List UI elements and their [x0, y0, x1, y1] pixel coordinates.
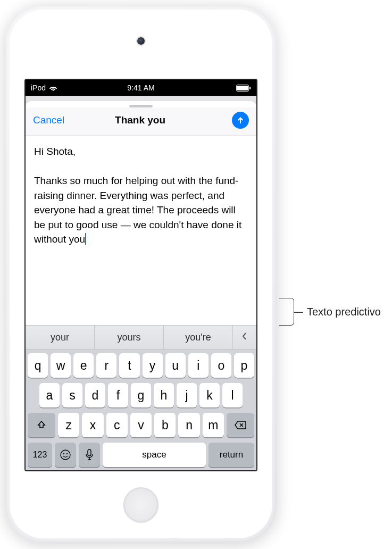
svg-point-5: [66, 453, 68, 454]
key-b[interactable]: b: [154, 413, 176, 437]
carrier-label: iPod: [31, 84, 46, 92]
predictive-option-1[interactable]: yours: [95, 326, 164, 349]
keyboard: q w e r t y u i o p a: [26, 350, 256, 470]
front-camera: [137, 37, 145, 45]
key-i[interactable]: i: [188, 353, 208, 378]
key-t[interactable]: t: [119, 353, 139, 378]
key-r[interactable]: r: [96, 353, 116, 378]
key-c[interactable]: c: [106, 413, 128, 437]
device-inner: iPod 9:41 AM Cancel: [10, 10, 272, 538]
svg-rect-6: [88, 450, 91, 456]
numbers-key[interactable]: 123: [28, 443, 52, 467]
status-bar: iPod 9:41 AM: [26, 80, 256, 96]
key-x[interactable]: x: [82, 413, 103, 437]
callout-predictive: Texto predictivo: [279, 298, 381, 326]
compose-header: Cancel Thank you: [26, 107, 256, 136]
predictive-option-2[interactable]: you're: [164, 326, 233, 349]
svg-point-3: [61, 450, 70, 460]
key-j[interactable]: j: [177, 383, 197, 407]
compose-body-text: Hi Shota, Thanks so much for helping out…: [34, 146, 245, 245]
compose-title: Thank you: [48, 114, 232, 126]
device-frame: iPod 9:41 AM Cancel: [5, 5, 277, 543]
emoji-icon: [60, 449, 71, 461]
chevron-left-icon: [241, 331, 248, 344]
wifi-icon: [49, 85, 57, 91]
compose-sheet-background: Cancel Thank you Hi Shota, Thanks so muc…: [26, 96, 256, 470]
key-a[interactable]: a: [39, 383, 60, 407]
compose-sheet: Cancel Thank you Hi Shota, Thanks so muc…: [26, 101, 256, 470]
keyboard-row-2: a s d f g h j k l: [28, 383, 254, 407]
key-y[interactable]: y: [143, 353, 163, 378]
emoji-key[interactable]: [55, 443, 76, 467]
key-p[interactable]: p: [234, 353, 254, 378]
key-e[interactable]: e: [73, 353, 94, 378]
home-button[interactable]: [123, 487, 159, 522]
key-d[interactable]: d: [85, 383, 105, 407]
status-left: iPod: [31, 84, 57, 92]
callout-label: Texto predictivo: [307, 306, 381, 318]
key-w[interactable]: w: [51, 353, 71, 378]
callout-bracket: [279, 298, 294, 326]
key-g[interactable]: g: [131, 383, 151, 407]
predictive-collapse-button[interactable]: [233, 326, 256, 349]
status-right: [236, 85, 251, 91]
text-cursor: [85, 233, 86, 245]
keyboard-row-4: 123 space: [28, 443, 254, 467]
svg-rect-1: [237, 86, 248, 90]
backspace-icon: [234, 420, 247, 430]
key-l[interactable]: l: [222, 383, 243, 407]
shift-key[interactable]: [28, 413, 55, 437]
send-button[interactable]: [232, 112, 249, 129]
key-q[interactable]: q: [28, 353, 48, 378]
keyboard-row-3: z x c v b n m: [28, 413, 254, 437]
key-f[interactable]: f: [108, 383, 128, 407]
key-n[interactable]: n: [178, 413, 199, 437]
key-s[interactable]: s: [62, 383, 82, 407]
key-o[interactable]: o: [211, 353, 231, 378]
key-u[interactable]: u: [165, 353, 186, 378]
keyboard-row-1: q w e r t y u i o p: [28, 353, 254, 378]
shift-icon: [36, 420, 47, 430]
svg-point-4: [63, 453, 64, 454]
backspace-key[interactable]: [227, 413, 254, 437]
status-time: 9:41 AM: [26, 84, 256, 92]
key-v[interactable]: v: [130, 413, 152, 437]
return-key[interactable]: return: [208, 443, 254, 467]
compose-body[interactable]: Hi Shota, Thanks so much for helping out…: [26, 136, 256, 325]
space-key[interactable]: space: [103, 443, 206, 467]
key-h[interactable]: h: [154, 383, 174, 407]
key-z[interactable]: z: [58, 413, 79, 437]
predictive-option-0[interactable]: your: [26, 326, 95, 349]
battery-icon: [236, 85, 251, 91]
dictation-key[interactable]: [79, 443, 100, 467]
arrow-up-icon: [236, 115, 245, 125]
microphone-icon: [86, 449, 93, 461]
screen: iPod 9:41 AM Cancel: [24, 79, 257, 471]
svg-rect-2: [249, 87, 251, 89]
key-m[interactable]: m: [203, 413, 224, 437]
key-k[interactable]: k: [199, 383, 220, 407]
predictive-bar: your yours you're: [26, 325, 256, 350]
